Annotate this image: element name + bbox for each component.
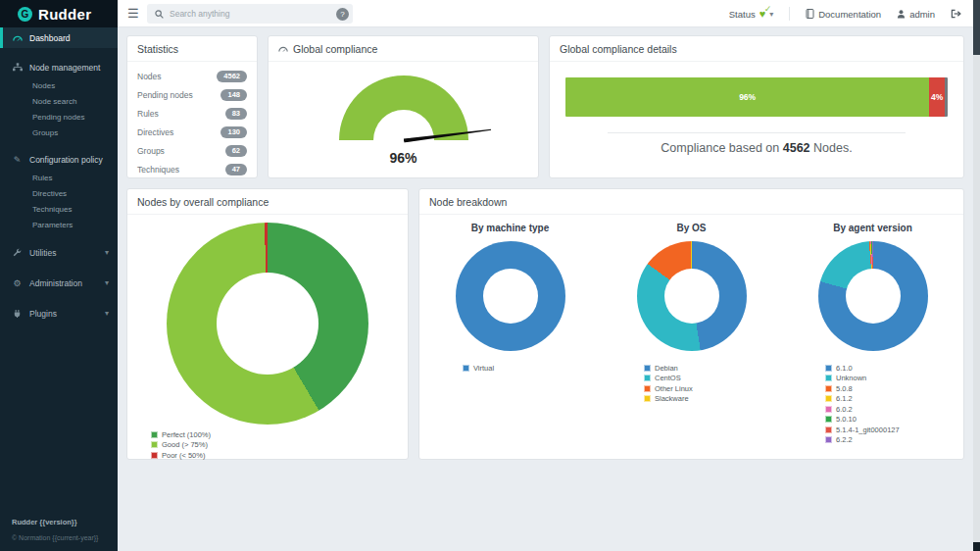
sidebar-item-administration[interactable]: ⚙ Administration ▾ (0, 273, 118, 293)
panel-title: Statistics (127, 36, 257, 62)
compliance-donut-chart[interactable] (167, 223, 368, 425)
search-input[interactable] (164, 9, 336, 19)
legend-label: Other Linux (655, 384, 693, 393)
legend-item: CentOS (644, 374, 782, 384)
global-compliance-panel: Global compliance 96% (268, 35, 539, 178)
compliance-bar-segment-success[interactable]: 96% (565, 77, 929, 117)
legend-swatch (825, 395, 832, 402)
logout-button[interactable] (951, 9, 961, 19)
sidebar-section-node-management[interactable]: Node management (0, 57, 118, 77)
legend-swatch (825, 436, 832, 443)
chart-title: By OS (601, 223, 782, 233)
search-icon (155, 10, 164, 19)
chevron-down-icon: ▾ (105, 248, 109, 257)
sidebar-section-label: Node management (29, 63, 100, 73)
machine-type-donut-chart[interactable] (456, 241, 565, 351)
sidebar-item-node-search[interactable]: Node search (0, 93, 118, 109)
documentation-link[interactable]: Documentation (806, 9, 881, 20)
legend-item: 6.1.0 (825, 363, 963, 374)
legend-label: CentOS (655, 374, 681, 382)
sidebar-item-techniques[interactable]: Techniques (0, 201, 118, 217)
legend-item: Debian (644, 363, 782, 374)
compliance-bar[interactable]: 96% 4% (565, 77, 948, 117)
legend-label: 6.1.0 (836, 364, 853, 373)
stat-row-techniques: Techniques47 (137, 160, 247, 178)
rudder-logo-icon: G (18, 7, 32, 22)
legend-swatch (151, 452, 158, 459)
agent-version-donut-chart[interactable] (818, 241, 928, 351)
brand-title: Rudder (38, 6, 91, 23)
sitemap-icon (12, 63, 23, 72)
node-breakdown-panel: Node breakdown By machine type Virtual B… (418, 188, 964, 460)
global-compliance-details-panel: Global compliance details 96% 4% Complia… (549, 35, 964, 178)
user-icon (897, 9, 906, 19)
sidebar-item-label: Utilities (29, 248, 56, 258)
legend-label: 5.1.4-1_git0000127 (836, 426, 900, 434)
panel-title: Global compliance details (550, 36, 963, 62)
book-icon (806, 9, 814, 19)
legend-label: 6.2.2 (836, 435, 853, 444)
search-help-icon[interactable]: ? (336, 8, 349, 21)
user-menu[interactable]: admin (897, 9, 935, 20)
documentation-label: Documentation (818, 9, 881, 20)
sidebar-section-configuration-policy[interactable]: ✎ Configuration policy (0, 149, 118, 170)
sidebar-item-pending-nodes[interactable]: Pending nodes (0, 109, 118, 125)
status-menu[interactable]: Status ♥✓ ▾ (729, 9, 773, 20)
legend-item: 6.1.2 (825, 394, 963, 405)
stat-badge: 148 (220, 89, 247, 101)
legend-item: Perfect (100%) (151, 429, 408, 440)
legend-label: 5.0.8 (836, 384, 853, 393)
gauge-icon (278, 45, 288, 53)
sidebar-item-plugins[interactable]: Plugins ▾ (0, 303, 118, 324)
agent-version-legend: 6.1.0 Unknown 5.0.8 6.1.2 6.0.2 5.0.10 5… (825, 363, 963, 445)
node-count: 4562 (783, 141, 810, 155)
stat-badge: 4562 (217, 71, 247, 82)
stat-row-groups: Groups62 (137, 141, 247, 160)
os-donut-chart[interactable] (637, 241, 747, 351)
gear-icon: ⚙ (12, 278, 23, 288)
dashboard-content: Statistics Nodes4562 Pending nodes148 Ru… (118, 27, 973, 551)
sidebar-item-directives[interactable]: Directives (0, 185, 118, 201)
wrench-icon (12, 248, 23, 257)
stat-row-pending-nodes: Pending nodes148 (137, 85, 247, 104)
legend-swatch (644, 365, 651, 372)
sidebar-item-rules[interactable]: Rules (0, 170, 118, 185)
legend-swatch (151, 431, 158, 438)
brand-home-link[interactable]: G Rudder (0, 0, 118, 27)
panel-title: Nodes by overall compliance (127, 189, 408, 215)
legend-swatch (825, 365, 832, 372)
breakdown-agent-version: By agent version 6.1.0 Unknown 5.0.8 6.1… (782, 223, 963, 445)
menu-toggle-icon[interactable]: ☰ (127, 6, 139, 21)
compliance-bar-segment-error[interactable]: 4% (929, 77, 945, 117)
legend-item: 5.0.8 (825, 383, 963, 394)
divider (789, 7, 790, 21)
legend-item: Slackware (644, 394, 782, 405)
chart-title: By machine type (419, 223, 601, 233)
sidebar-item-parameters[interactable]: Parameters (0, 217, 118, 232)
legend-swatch (825, 416, 832, 423)
stat-label: Groups (137, 146, 165, 156)
status-health-icon: ♥✓ (760, 9, 766, 20)
user-label: admin (909, 9, 935, 20)
sidebar-item-utilities[interactable]: Utilities ▾ (0, 242, 118, 263)
legend-item: 5.0.10 (825, 415, 963, 426)
sidebar-item-dashboard[interactable]: Dashboard (0, 27, 118, 48)
stat-badge: 62 (225, 145, 247, 157)
sidebar-item-groups[interactable]: Groups (0, 125, 118, 140)
gauge-value: 96% (269, 150, 538, 166)
sidebar-item-nodes[interactable]: Nodes (0, 77, 118, 93)
sidebar-item-label: Directives (32, 189, 67, 198)
sidebar-item-label: Pending nodes (32, 113, 84, 122)
sidebar-item-label: Nodes (32, 81, 55, 90)
stat-label: Rules (137, 109, 159, 119)
legend-item: Poor (< 50%) (151, 450, 408, 461)
plug-icon (12, 309, 23, 318)
chevron-down-icon: ▾ (105, 309, 109, 318)
scrollbar-thumb[interactable] (973, 0, 980, 55)
logout-icon (951, 9, 961, 19)
legend-swatch (644, 375, 651, 381)
compliance-bar-segment-other[interactable] (945, 77, 948, 117)
stat-badge: 130 (220, 126, 247, 138)
search-box[interactable]: ? (147, 4, 353, 24)
vertical-scrollbar[interactable] (973, 0, 980, 551)
